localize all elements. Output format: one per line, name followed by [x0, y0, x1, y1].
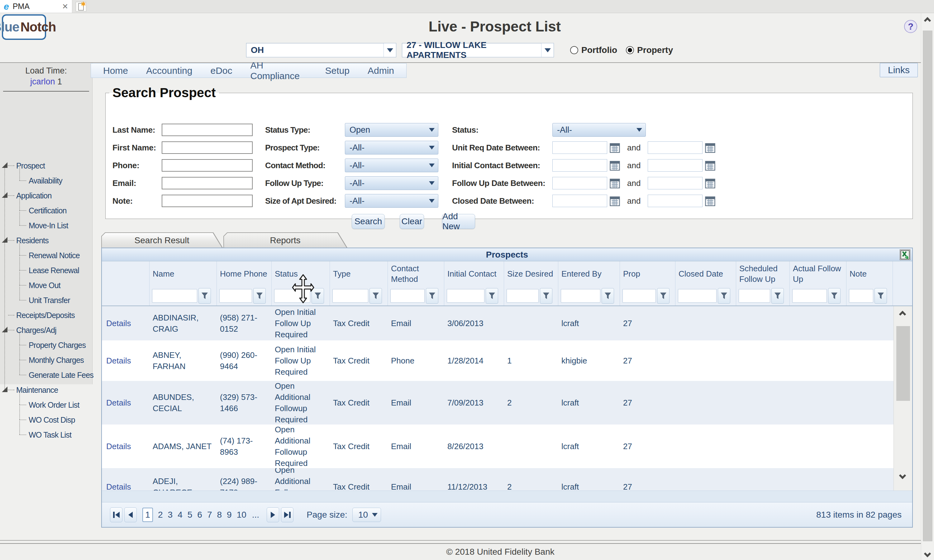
column-header-name[interactable]: Name: [149, 261, 217, 286]
menu-item-setup[interactable]: Setup: [316, 65, 359, 76]
filter-input-entered-by[interactable]: [561, 289, 600, 303]
browser-scrollbar-thumb[interactable]: [923, 31, 932, 541]
tree-expand-icon[interactable]: [2, 386, 8, 392]
filter-input-initial-contact[interactable]: [447, 289, 485, 303]
column-header-scheduled-follow-up[interactable]: Scheduled Follow Up: [736, 261, 790, 286]
filter-funnel-icon[interactable]: [486, 288, 498, 304]
column-header-entered-by[interactable]: Entered By: [558, 261, 620, 286]
status-select[interactable]: -All-: [552, 123, 646, 137]
phone-input[interactable]: [162, 159, 253, 172]
filter-funnel-icon[interactable]: [771, 288, 784, 304]
sidebar-item-unit-transfer[interactable]: Unit Transfer: [0, 293, 92, 308]
follow-up-type-select[interactable]: -All-: [345, 176, 439, 190]
filter-funnel-icon[interactable]: [369, 288, 382, 304]
menu-item-ah-compliance[interactable]: AH Compliance: [242, 60, 316, 81]
menu-item-edoc[interactable]: eDoc: [201, 65, 241, 76]
page-size-dropdown[interactable]: 10: [352, 508, 381, 522]
filter-input-size-desired[interactable]: [506, 289, 539, 303]
filter-input-actual-follow-up[interactable]: [792, 289, 827, 303]
first-page-button[interactable]: [110, 508, 122, 522]
page-number-6[interactable]: 6: [197, 510, 202, 520]
sidebar-item-generate-late-fees[interactable]: Generate Late Fees: [0, 368, 92, 383]
grid-scroll-down-icon[interactable]: [899, 472, 906, 479]
tab-search-result[interactable]: Search Result: [101, 232, 223, 248]
next-page-button[interactable]: [267, 508, 279, 522]
browser-scrollbar[interactable]: [921, 13, 934, 560]
filter-funnel-icon[interactable]: [657, 288, 669, 304]
calendar-icon[interactable]: [705, 143, 715, 153]
page-number-4[interactable]: 4: [178, 510, 183, 520]
property-dropdown[interactable]: 27 - WILLOW LAKE APARTMENTS: [402, 43, 554, 57]
scroll-down-icon[interactable]: [924, 550, 931, 557]
page-number-3[interactable]: 3: [168, 510, 173, 520]
filter-funnel-icon[interactable]: [718, 288, 730, 304]
tree-expand-icon[interactable]: [2, 192, 8, 198]
filter-input-name[interactable]: [152, 289, 197, 303]
page-number-2[interactable]: 2: [158, 510, 163, 520]
sidebar-item-work-order-list[interactable]: Work Order List: [0, 397, 92, 412]
contact-method-select[interactable]: -All-: [345, 158, 439, 172]
sidebar-item-wo-cost-disp[interactable]: WO Cost Disp: [0, 412, 92, 427]
add-new-button[interactable]: Add New: [442, 214, 475, 229]
column-header-actual-follow-up[interactable]: Actual Follow Up: [790, 261, 846, 286]
filter-funnel-icon[interactable]: [874, 288, 887, 304]
scroll-up-icon[interactable]: [924, 17, 931, 24]
filter-input-closed-date[interactable]: [678, 289, 717, 303]
filter-funnel-icon[interactable]: [828, 288, 840, 304]
menu-item-accounting[interactable]: Accounting: [137, 65, 201, 76]
sidebar-item-move-out[interactable]: Move Out: [0, 278, 92, 293]
column-header-home-phone[interactable]: Home Phone: [217, 261, 272, 286]
first-name-input[interactable]: [162, 142, 253, 154]
sidebar-item-certification[interactable]: Certification: [0, 203, 92, 218]
search-button[interactable]: Search: [352, 214, 385, 229]
filter-funnel-icon[interactable]: [602, 288, 614, 304]
state-dropdown-button[interactable]: [383, 43, 396, 57]
size-of-apt-desired-select[interactable]: -All-: [345, 194, 439, 208]
grid-scrollbar-thumb[interactable]: [896, 326, 910, 401]
sidebar-item-wo-task-list[interactable]: WO Task List: [0, 427, 92, 442]
tab-reports[interactable]: Reports: [223, 232, 347, 248]
calendar-icon[interactable]: [705, 160, 715, 171]
property-dropdown-button[interactable]: [541, 43, 554, 57]
sidebar-item-residents[interactable]: Residents: [0, 233, 92, 248]
grid-scroll-up-icon[interactable]: [899, 311, 906, 318]
new-tab-button[interactable]: ✱: [76, 2, 86, 12]
tree-expand-icon[interactable]: [2, 327, 8, 332]
filter-input-home-phone[interactable]: [219, 289, 252, 303]
column-header-details[interactable]: [102, 261, 149, 286]
sidebar-item-application[interactable]: Application: [0, 188, 92, 203]
column-header-prop[interactable]: Prop: [620, 261, 675, 286]
links-button[interactable]: Links: [880, 63, 918, 77]
page-number-5[interactable]: 5: [188, 510, 192, 520]
browser-tab[interactable]: e PMA ✕: [0, 0, 72, 13]
follow-up-date-between-to-input[interactable]: [648, 177, 703, 189]
initial-contact-between-from-input[interactable]: [552, 159, 607, 172]
sidebar-item-move-in-list[interactable]: Move-In List: [0, 218, 92, 233]
filter-funnel-icon[interactable]: [253, 288, 266, 304]
details-link[interactable]: Details: [102, 425, 149, 468]
closed-date-between-to-input[interactable]: [648, 195, 703, 207]
closed-date-between-from-input[interactable]: [552, 195, 607, 207]
details-link[interactable]: Details: [102, 468, 149, 491]
note-input[interactable]: [162, 195, 253, 207]
calendar-icon[interactable]: [705, 178, 715, 188]
prospect-type-select[interactable]: -All-: [345, 141, 439, 154]
follow-up-date-between-from-input[interactable]: [552, 177, 607, 189]
calendar-icon[interactable]: [610, 178, 620, 188]
filter-input-type[interactable]: [332, 289, 368, 303]
filter-funnel-icon[interactable]: [198, 288, 211, 304]
filter-funnel-icon[interactable]: [540, 288, 552, 304]
tree-expand-icon[interactable]: [2, 162, 8, 168]
column-header-type[interactable]: Type: [330, 261, 388, 286]
filter-input-prop[interactable]: [622, 289, 656, 303]
page-number-8[interactable]: 8: [217, 510, 222, 520]
filter-input-note[interactable]: [849, 289, 873, 303]
prev-page-button[interactable]: [124, 508, 137, 522]
calendar-icon[interactable]: [610, 196, 620, 206]
calendar-icon[interactable]: [610, 160, 620, 171]
filter-input-scheduled-follow-up[interactable]: [739, 289, 770, 303]
page-number-7[interactable]: 7: [207, 510, 212, 520]
filter-funnel-icon[interactable]: [426, 288, 439, 304]
last-name-input[interactable]: [162, 124, 253, 136]
sidebar-item-availability[interactable]: Availability: [0, 173, 92, 188]
